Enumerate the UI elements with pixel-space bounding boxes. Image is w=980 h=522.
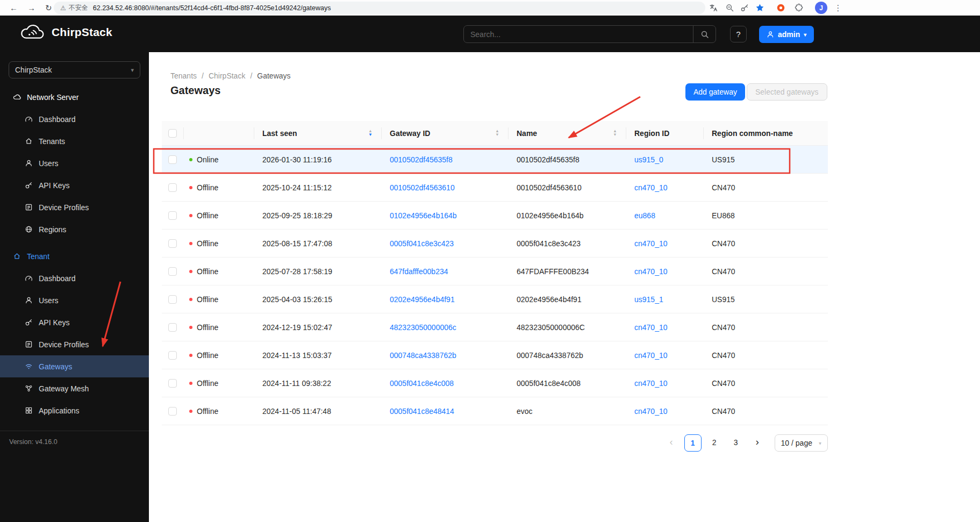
name-column-header[interactable]: Name ▲▼ xyxy=(508,121,626,145)
next-page-button[interactable]: › xyxy=(749,434,766,452)
row-checkbox[interactable] xyxy=(168,183,177,192)
gateway-id-column-header[interactable]: Gateway ID ▲▼ xyxy=(381,121,508,145)
sidebar-item-tenant-gateway-mesh[interactable]: Gateway Mesh xyxy=(0,377,149,399)
table-row: Offline 2024-11-05 11:47:48 0005f041c8e4… xyxy=(162,397,828,425)
help-button[interactable]: ? xyxy=(730,26,747,42)
gateway-id-link[interactable]: 0010502df45635f8 xyxy=(390,155,453,164)
region-id-link[interactable]: cn470_10 xyxy=(634,323,668,332)
page-size-select[interactable]: 10 / page ▾ xyxy=(775,434,828,452)
sidebar-item-tenant-users[interactable]: Users xyxy=(0,289,149,311)
add-gateway-button[interactable]: Add gateway xyxy=(685,83,745,101)
tenant-select[interactable]: ChirpStack ▾ xyxy=(9,61,140,78)
extensions-puzzle-icon[interactable] xyxy=(793,2,805,13)
page-1-button[interactable]: 1 xyxy=(684,434,702,452)
breadcrumb-chirpstack[interactable]: ChirpStack xyxy=(209,71,245,80)
region-id-link[interactable]: cn470_10 xyxy=(634,407,668,416)
browser-toolbar: ← → ↻ ⚠ 不安全 62.234.52.46:8080/#/tenants/… xyxy=(0,0,980,16)
translate-icon[interactable] xyxy=(707,2,719,13)
gateway-id-link[interactable]: 0202e4956e4b4f91 xyxy=(390,295,455,304)
bookmark-star-icon[interactable] xyxy=(754,2,766,13)
wifi-icon xyxy=(25,362,33,370)
gateway-id-link[interactable]: 482323050000006c xyxy=(390,323,456,332)
gateway-id-link[interactable]: 647fdafffe00b234 xyxy=(390,267,448,276)
zoom-icon[interactable] xyxy=(724,2,735,13)
row-checkbox[interactable] xyxy=(168,379,177,388)
sidebar-section-network-server[interactable]: Network Server xyxy=(0,86,149,108)
sort-icon[interactable]: ▲▼ xyxy=(609,130,617,137)
site-security-chip[interactable]: ⚠ 不安全 xyxy=(60,3,88,12)
sidebar-item-ns-regions[interactable]: Regions xyxy=(0,218,149,240)
browser-menu-icon[interactable]: ⋮ xyxy=(832,2,844,13)
chirpstack-logo[interactable]: ChirpStack xyxy=(19,23,112,41)
sidebar-item-tenant-device-profiles[interactable]: Device Profiles xyxy=(0,333,149,355)
gateway-id-link[interactable]: 0005f041c8e48414 xyxy=(390,407,454,416)
breadcrumb-tenants[interactable]: Tenants xyxy=(170,71,197,80)
tenant-select-value: ChirpStack xyxy=(15,66,52,74)
region-id-link[interactable]: cn470_10 xyxy=(634,239,668,248)
region-id-link[interactable]: cn470_10 xyxy=(634,379,668,388)
gateway-id-link[interactable]: 000748ca4338762b xyxy=(390,351,456,360)
sort-icon[interactable]: ▲▼ xyxy=(364,130,373,137)
region-id-link[interactable]: cn470_10 xyxy=(634,267,668,276)
gateway-id-link[interactable]: 0102e4956e4b164b xyxy=(390,211,457,220)
row-checkbox[interactable] xyxy=(168,267,177,276)
security-label: 不安全 xyxy=(69,3,88,12)
region-id-link[interactable]: us915_1 xyxy=(634,295,663,304)
gateway-name-cell: 0202e4956e4b4f91 xyxy=(508,285,626,313)
select-all-checkbox[interactable] xyxy=(168,129,177,138)
sidebar-item-ns-users[interactable]: Users xyxy=(0,152,149,174)
row-checkbox[interactable] xyxy=(168,323,177,332)
extension-icon[interactable] xyxy=(775,2,786,13)
browser-forward-icon[interactable]: → xyxy=(27,4,35,12)
sidebar-item-tenant-applications[interactable]: Applications xyxy=(0,399,149,421)
row-checkbox[interactable] xyxy=(168,239,177,248)
region-id-link[interactable]: cn470_10 xyxy=(634,351,668,360)
sidebar-section-tenant[interactable]: Tenant xyxy=(0,245,149,267)
region-id-link[interactable]: us915_0 xyxy=(634,155,663,164)
region-common-name-cell: CN470 xyxy=(703,174,828,201)
table-row: Offline 2025-07-28 17:58:19 647fdafffe00… xyxy=(162,258,828,285)
gateway-id-link[interactable]: 0005f041c8e3c423 xyxy=(390,239,454,248)
browser-profile-avatar[interactable]: J xyxy=(815,2,827,14)
gateway-id-link[interactable]: 0010502df4563610 xyxy=(390,183,455,192)
profile-icon xyxy=(25,203,33,211)
last-seen-column-header[interactable]: Last seen ▲▼ xyxy=(254,121,381,145)
gateway-id-link[interactable]: 0005f041c8e4c008 xyxy=(390,379,454,388)
search-button[interactable] xyxy=(693,26,716,42)
gateway-name-cell: 0010502df4563610 xyxy=(508,174,626,201)
row-checkbox[interactable] xyxy=(168,295,177,304)
status-badge: Offline xyxy=(189,379,218,388)
sidebar-item-ns-tenants[interactable]: Tenants xyxy=(0,130,149,152)
prev-page-button[interactable]: ‹ xyxy=(663,434,680,452)
status-badge: Offline xyxy=(189,239,218,248)
browser-back-icon[interactable]: ← xyxy=(10,4,18,12)
user-icon xyxy=(25,296,33,304)
row-checkbox[interactable] xyxy=(168,211,177,220)
browser-reload-icon[interactable]: ↻ xyxy=(45,4,52,12)
region-common-name-cell: US915 xyxy=(703,146,828,173)
sidebar-item-tenant-gateways[interactable]: Gateways xyxy=(0,355,149,377)
region-id-link[interactable]: eu868 xyxy=(634,211,655,220)
sidebar-item-ns-dashboard[interactable]: Dashboard xyxy=(0,108,149,130)
search-input[interactable] xyxy=(464,30,693,39)
user-menu-button[interactable]: admin ▾ xyxy=(759,26,814,43)
address-bar[interactable]: ⚠ 不安全 62.234.52.46:8080/#/tenants/52f14c… xyxy=(54,2,705,14)
password-key-icon[interactable] xyxy=(739,2,750,13)
chevron-down-icon: ▾ xyxy=(804,32,806,38)
selected-gateways-button[interactable]: Selected gateways xyxy=(747,83,827,101)
row-checkbox[interactable] xyxy=(168,351,177,360)
key-icon xyxy=(25,181,33,189)
row-checkbox[interactable] xyxy=(168,155,177,164)
sort-icon[interactable]: ▲▼ xyxy=(491,130,499,137)
row-checkbox[interactable] xyxy=(168,407,177,416)
page-2-button[interactable]: 2 xyxy=(706,434,723,452)
page-3-button[interactable]: 3 xyxy=(727,434,745,452)
sidebar-item-ns-device-profiles[interactable]: Device Profiles xyxy=(0,196,149,218)
sidebar-item-tenant-api-keys[interactable]: API Keys xyxy=(0,311,149,333)
sidebar-item-tenant-dashboard[interactable]: Dashboard xyxy=(0,267,149,289)
region-id-link[interactable]: cn470_10 xyxy=(634,183,668,192)
region-common-name-column-header: Region common-name xyxy=(703,121,828,145)
sidebar-item-ns-api-keys[interactable]: API Keys xyxy=(0,174,149,196)
region-common-name-cell: CN470 xyxy=(703,341,828,369)
status-badge: Offline xyxy=(189,323,218,332)
